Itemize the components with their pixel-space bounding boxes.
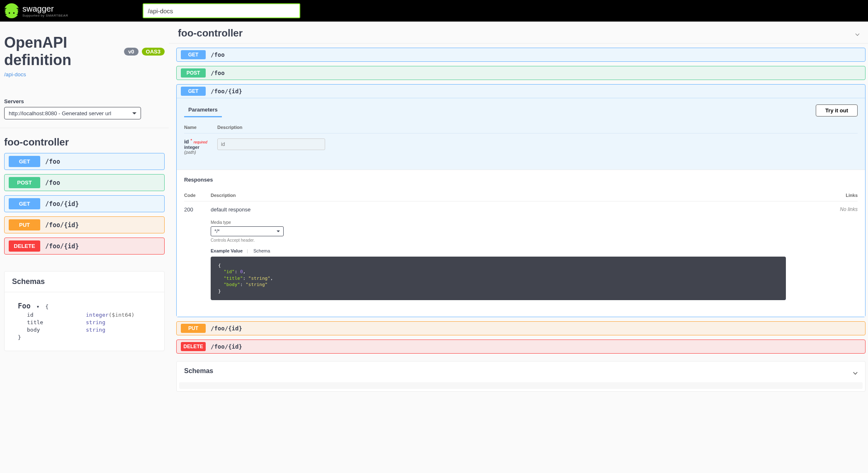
example-json: { "id": 0, "title": "string", "body": "s…	[211, 257, 786, 300]
method-badge: GET	[9, 198, 40, 209]
chevron-down-icon[interactable]: ▾	[36, 303, 40, 310]
op-path: /foo	[211, 70, 225, 76]
parameters-table: Name Description id * required integer (…	[177, 117, 865, 170]
op-put-foo-id[interactable]: PUT /foo/{id}	[4, 216, 165, 233]
spec-url-input[interactable]	[143, 3, 300, 18]
schemas-body-placeholder	[179, 382, 863, 389]
method-badge: POST	[181, 68, 206, 78]
op-path: /foo/{id}	[45, 221, 79, 229]
op-path: /foo/{id}	[45, 243, 79, 250]
schemas-section: Schemas Foo ▾ { id integer($int64) title…	[4, 271, 165, 351]
method-badge: DELETE	[181, 342, 206, 351]
brand-name: swagger	[22, 4, 54, 13]
param-row: id * required integer (path)	[184, 133, 858, 160]
server-select[interactable]: http://localhost:8080 - Generated server…	[4, 107, 141, 119]
info-section: OpenAPI definition v0 OAS3 /api-docs	[0, 22, 169, 86]
parameters-tab[interactable]: Parameters	[184, 103, 222, 117]
op-delete-foo-id[interactable]: DELETE /foo/{id}	[4, 238, 165, 255]
method-badge: POST	[9, 177, 40, 188]
op-get-foo-id[interactable]: GET /foo/{id}	[4, 195, 165, 212]
schema-prop-row: body string	[18, 326, 151, 334]
op-path: /foo	[45, 158, 60, 165]
method-badge: PUT	[9, 219, 40, 230]
method-badge: GET	[181, 50, 206, 59]
version-badge: v0	[124, 48, 138, 56]
left-panel: OpenAPI definition v0 OAS3 /api-docs Ser…	[0, 22, 169, 473]
response-desc-col: default response Media type */* Controls…	[211, 206, 823, 300]
no-links: No links	[823, 206, 858, 300]
tag-title: foo-controller	[178, 27, 243, 39]
response-row: 200 default response Media type */* Cont…	[184, 201, 858, 305]
right-panel: foo-controller ⌵ GET /foo POST /foo GET …	[169, 22, 868, 473]
op-path: /foo	[45, 179, 60, 187]
th-description: Description	[217, 125, 243, 130]
schemas-header[interactable]: Schemas	[5, 272, 164, 292]
api-docs-link[interactable]: /api-docs	[4, 71, 26, 78]
response-desc-text: default response	[211, 206, 823, 213]
method-badge: DELETE	[9, 240, 40, 252]
responses-title: Responses	[184, 177, 858, 183]
required-star-icon: *	[190, 138, 192, 143]
swagger-icon: {..}	[4, 3, 19, 18]
servers-section: Servers http://localhost:8080 - Generate…	[0, 86, 169, 128]
param-id-input[interactable]	[217, 138, 325, 150]
op-summary[interactable]: POST /foo	[177, 66, 865, 80]
chevron-down-icon[interactable]: ⌵	[855, 29, 860, 38]
logo-text-wrap: swagger Supported by SMARTBEAR	[22, 4, 68, 17]
schema-name: Foo	[18, 302, 31, 310]
method-badge: PUT	[181, 324, 206, 333]
op-path: /foo/{id}	[211, 343, 242, 350]
topbar: {..} swagger Supported by SMARTBEAR	[0, 0, 868, 22]
op-summary[interactable]: GET /foo	[177, 48, 865, 61]
op-body: Parameters Try it out Name Description i…	[177, 98, 865, 317]
tag-header[interactable]: foo-controller ⌵	[169, 22, 868, 44]
r-op-delete-foo-id: DELETE /foo/{id}	[176, 340, 866, 354]
responses-block: Responses Code Description Links 200 def…	[177, 170, 865, 317]
try-it-out-button[interactable]: Try it out	[816, 104, 858, 116]
method-badge: GET	[181, 87, 206, 96]
oas-badge: OAS3	[142, 48, 165, 56]
schema-prop-row: title string	[18, 319, 151, 326]
tag-title[interactable]: foo-controller	[4, 136, 165, 148]
th-desc: Description	[211, 193, 823, 198]
media-type-select[interactable]: */*	[211, 226, 284, 236]
api-title: OpenAPI definition	[4, 34, 121, 69]
th-code: Code	[184, 193, 211, 198]
media-type-hint: Controls Accept header.	[211, 238, 823, 243]
example-value-tab[interactable]: Example Value	[211, 248, 243, 253]
tag-section-foo: foo-controller GET /foo POST /foo GET /f…	[0, 128, 169, 267]
op-path: /foo/{id}	[45, 200, 79, 208]
servers-label: Servers	[4, 98, 165, 104]
param-meta: id * required integer (path)	[184, 138, 217, 155]
r-op-get-foo-id: GET /foo/{id} Parameters Try it out Name…	[176, 84, 866, 317]
chevron-down-icon[interactable]: ⌵	[853, 367, 858, 376]
r-op-post-foo: POST /foo	[176, 66, 866, 80]
op-get-foo[interactable]: GET /foo	[4, 153, 165, 170]
method-badge: GET	[9, 156, 40, 167]
response-code: 200	[184, 206, 211, 300]
brand-sub: Supported by SMARTBEAR	[22, 14, 68, 17]
op-path: /foo/{id}	[211, 88, 242, 95]
th-links: Links	[823, 193, 858, 198]
op-summary[interactable]: PUT /foo/{id}	[177, 322, 865, 335]
schema-prop-row: id integer($int64)	[18, 311, 151, 319]
r-op-get-foo: GET /foo	[176, 48, 866, 62]
swagger-logo[interactable]: {..} swagger Supported by SMARTBEAR	[4, 3, 68, 18]
example-schema-tabs: Example Value| Schema	[211, 248, 823, 253]
r-op-put-foo-id: PUT /foo/{id}	[176, 321, 866, 335]
schema-body: Foo ▾ { id integer($int64) title string …	[5, 292, 164, 351]
op-summary[interactable]: GET /foo/{id}	[177, 85, 865, 98]
th-name: Name	[184, 125, 217, 130]
op-post-foo[interactable]: POST /foo	[4, 174, 165, 191]
r-schemas-section: Schemas ⌵	[176, 361, 866, 392]
schemas-header[interactable]: Schemas ⌵	[177, 361, 865, 382]
schema-tab[interactable]: Schema	[253, 248, 270, 253]
op-path: /foo	[211, 51, 225, 58]
op-path: /foo/{id}	[211, 325, 242, 332]
media-type-label: Media type	[211, 220, 823, 225]
op-summary[interactable]: DELETE /foo/{id}	[177, 340, 865, 353]
